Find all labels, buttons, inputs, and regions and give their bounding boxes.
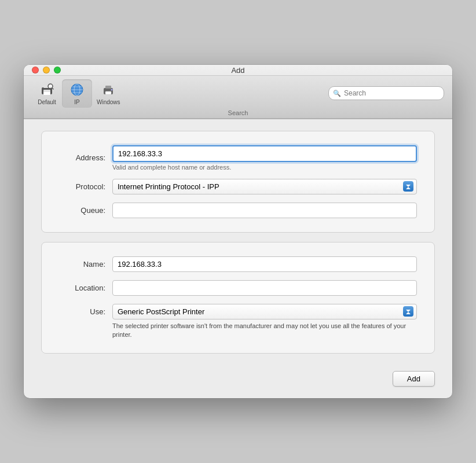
name-input[interactable] xyxy=(112,256,417,272)
queue-row: Queue: xyxy=(59,203,417,218)
address-label: Address: xyxy=(59,153,105,162)
footer: Add xyxy=(24,365,452,398)
maximize-button[interactable] xyxy=(54,67,61,74)
use-select[interactable]: Generic PostScript Printer Generic PCL P… xyxy=(112,304,417,319)
address-hint: Valid and complete host name or address. xyxy=(112,164,417,171)
name-row: Name: xyxy=(59,256,417,272)
windows-printer-icon xyxy=(100,82,116,98)
use-select-wrapper: Generic PostScript Printer Generic PCL P… xyxy=(112,304,417,319)
queue-input[interactable] xyxy=(112,203,417,218)
header-area: Add Default xyxy=(24,65,452,119)
address-input[interactable] xyxy=(112,145,417,162)
connection-card: Address: Valid and complete host name or… xyxy=(41,131,435,233)
svg-line-5 xyxy=(52,88,53,89)
printer-info-card: Name: Location: Use: Generic PostSc xyxy=(41,242,435,354)
protocol-select[interactable]: Internet Printing Protocol - IPP Line Pr… xyxy=(112,179,417,194)
minimize-button[interactable] xyxy=(43,67,50,74)
svg-point-14 xyxy=(111,89,113,90)
toolbar-windows-label: Windows xyxy=(97,99,120,105)
toolbar-item-default[interactable]: Default xyxy=(32,79,62,108)
search-container: 🔍 xyxy=(328,86,444,100)
location-row: Location: xyxy=(59,280,417,296)
search-label: Search xyxy=(228,109,248,116)
name-label: Name: xyxy=(59,260,105,269)
use-label: Use: xyxy=(59,307,105,316)
toolbar-item-windows[interactable]: Windows xyxy=(92,79,125,108)
svg-rect-13 xyxy=(105,91,111,94)
protocol-row: Protocol: Internet Printing Protocol - I… xyxy=(59,179,417,194)
svg-rect-3 xyxy=(43,92,50,95)
add-printer-window: Add Default xyxy=(24,65,452,399)
location-label: Location: xyxy=(59,284,105,292)
ip-globe-icon xyxy=(69,82,85,98)
protocol-select-wrapper: Internet Printing Protocol - IPP Line Pr… xyxy=(112,179,417,194)
svg-rect-12 xyxy=(105,86,111,89)
default-printer-icon xyxy=(39,82,55,98)
queue-field-wrapper xyxy=(112,203,417,218)
toolbar-ip-label: IP xyxy=(74,99,79,105)
address-row: Address: Valid and complete host name or… xyxy=(59,145,417,171)
window-title: Add xyxy=(231,66,244,75)
use-row: Use: Generic PostScript Printer Generic … xyxy=(59,304,417,340)
toolbar-default-label: Default xyxy=(38,99,56,105)
title-bar: Add xyxy=(24,65,452,76)
search-input[interactable] xyxy=(328,86,444,100)
add-button[interactable]: Add xyxy=(393,371,435,387)
traffic-lights xyxy=(32,67,61,74)
printer-warning-text: The selected printer software isn't from… xyxy=(112,322,417,340)
location-field-wrapper xyxy=(112,280,417,296)
close-button[interactable] xyxy=(32,67,39,74)
use-field-wrapper: Generic PostScript Printer Generic PCL P… xyxy=(112,304,417,340)
toolbar-item-ip[interactable]: IP xyxy=(62,79,92,108)
address-field-wrapper: Valid and complete host name or address. xyxy=(112,145,417,171)
name-field-wrapper xyxy=(112,256,417,272)
search-icon: 🔍 xyxy=(333,90,341,97)
main-content: Address: Valid and complete host name or… xyxy=(24,119,452,366)
queue-label: Queue: xyxy=(59,206,105,215)
protocol-label: Protocol: xyxy=(59,182,105,191)
location-input[interactable] xyxy=(112,280,417,296)
